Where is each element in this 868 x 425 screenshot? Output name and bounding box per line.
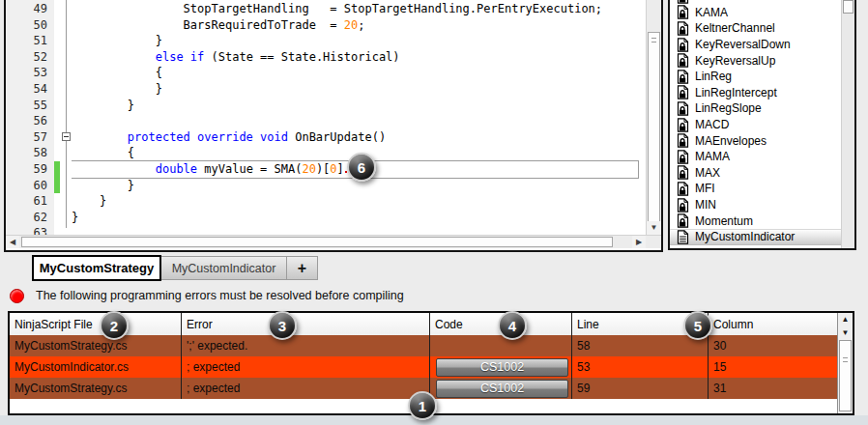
doc-lock-icon [677,21,689,36]
list-item-linreg[interactable]: LinReg [670,69,841,85]
doc-lock-icon [677,38,689,52]
list-item-mfi[interactable]: MFI [670,181,841,197]
doc-lock-icon [677,118,689,132]
code-segment: 20 [302,162,315,176]
callout-badge-2: 2 [100,311,129,340]
callout-badge-6: 6 [347,153,376,182]
code-segment: )[ [316,162,330,176]
list-item-label: MyCustomIndicator [695,230,795,243]
doc-lock-icon [677,165,689,180]
code-editor-panel: 495051525354555657585960616263 StopTarge… [4,0,663,252]
callout-badge-3: 3 [268,311,297,340]
code-line: } [72,98,646,114]
indicator-list[interactable]: KAMAKeltnerChannelKeyReversalDownKeyReve… [670,0,841,248]
window-bottom-edge [0,415,868,425]
table-scroll-thumb[interactable] [839,340,852,411]
scroll-left-arrow-icon[interactable]: ◀ [6,236,19,248]
line-number: 61 [14,193,47,210]
list-item-keyreversalup[interactable]: KeyReversalUp [670,52,841,69]
list-item-kama[interactable]: KAMA [670,5,841,21]
column-header-ninjascript-file[interactable]: NinjaScript File [10,313,182,335]
cell-column: 15 [709,356,837,378]
code-segment: } [72,82,162,96]
table-row[interactable]: MyCustomIndicator.cs; expectedCS10025315 [10,356,837,378]
cell-line: 58 [572,335,709,356]
doc-lock-icon [677,133,689,148]
code-segment: double [156,162,197,176]
error-code-button[interactable]: CS1002 [436,380,568,398]
list-item-min[interactable]: MIN [670,197,841,213]
doc-lock-icon [677,182,689,196]
tab-bar: MyCustomStrategy MyCustomIndicator + [0,255,868,282]
code-line: { [72,65,646,81]
table-scroll-up-arrow-icon[interactable]: ▲ [838,313,853,326]
column-header-column[interactable]: Column [709,313,837,335]
cell-column: 30 [709,335,837,356]
doc-lock-icon [677,70,689,84]
list-item-keltnerchannel[interactable]: KeltnerChannel [670,20,841,37]
cell-file: MyCustomStrategy.cs [10,378,182,399]
line-number: 63 [14,225,47,235]
list-item-linregslope[interactable]: LinRegSlope [670,100,841,117]
table-row[interactable]: MyCustomStrategy.cs';' expected.5830 [10,335,837,356]
cell-error: ; expected [182,356,430,378]
error-status-icon [10,289,24,303]
indicator-list-panel: KAMAKeltnerChannelKeyReversalDownKeyReve… [668,0,856,250]
list-item-label: MACD [695,118,729,131]
line-number: 57 [14,129,47,146]
list-item-macd[interactable]: MACD [670,117,841,133]
scroll-down-arrow-icon[interactable]: ▼ [647,221,661,235]
code-segment: { [72,66,162,79]
code-segment: (State == State.Historical) [204,50,399,64]
column-header-error[interactable]: Error [182,313,430,335]
editor-horizontal-scrollbar[interactable]: ◀ ▶ [6,235,661,248]
list-item-momentum[interactable]: Momentum [670,212,841,229]
sidebar-scroll-thumb[interactable] [843,0,854,14]
code-area[interactable]: StopTargetHandling = StopTargetHandling.… [72,0,646,235]
table-scrollbar[interactable]: ▲ ▼ [837,313,853,413]
collapse-region-icon[interactable] [62,132,71,141]
code-line: } [72,33,646,49]
editor-hscroll-track[interactable] [19,236,632,248]
list-item-label: MAMA [695,150,730,163]
sidebar-scrollbar[interactable] [841,0,854,248]
tab-mycustomstrategy[interactable]: MyCustomStrategy [32,255,161,281]
editor-vscroll-thumb[interactable] [648,32,660,225]
scroll-right-arrow-icon[interactable]: ▶ [632,236,646,248]
editor-margin-strip [6,0,14,235]
change-indicator-bar [54,178,60,194]
line-number-gutter: 495051525354555657585960616263 [14,0,54,235]
code-line: } [72,210,646,226]
list-item-label: MIN [695,198,716,212]
editor-main: 495051525354555657585960616263 StopTarge… [6,0,661,235]
list-item-label: Momentum [695,214,753,228]
cell-line: 53 [572,356,709,378]
fold-margin [61,0,72,235]
code-segment: ; [358,18,364,32]
change-bar-column [54,0,61,235]
add-tab-button[interactable]: + [287,256,318,280]
code-segment: { [72,146,134,159]
list-item-maenvelopes[interactable]: MAEnvelopes [670,132,841,149]
list-item-mama[interactable]: MAMA [670,149,841,165]
list-item-max[interactable]: MAX [670,165,841,182]
doc-lock-icon [677,198,689,212]
list-item-label: MAX [695,166,720,180]
list-item-keyreversaldown[interactable]: KeyReversalDown [670,37,841,53]
list-item-linregintercept[interactable]: LinRegIntercept [670,85,841,101]
cell-file: MyCustomStrategy.cs [10,335,182,356]
callout-badge-4: 4 [498,311,527,340]
line-number: 50 [14,17,47,34]
code-segment: 20 [344,18,358,32]
doc-lines-icon [677,230,689,244]
doc-lock-icon [677,85,689,99]
editor-vertical-scrollbar[interactable]: ▼ [646,0,661,235]
error-code-button[interactable]: CS1002 [436,358,568,377]
list-item-mycustomindicator[interactable]: MyCustomIndicator [670,229,841,245]
tab-mycustomindicator[interactable]: MyCustomIndicator [161,256,287,280]
list-item-label: KeyReversalDown [695,38,791,51]
table-scroll-down-arrow-icon[interactable]: ▼ [838,326,853,340]
editor-hscroll-thumb[interactable] [21,237,613,247]
doc-lock-icon [677,53,689,68]
code-segment [72,50,156,64]
